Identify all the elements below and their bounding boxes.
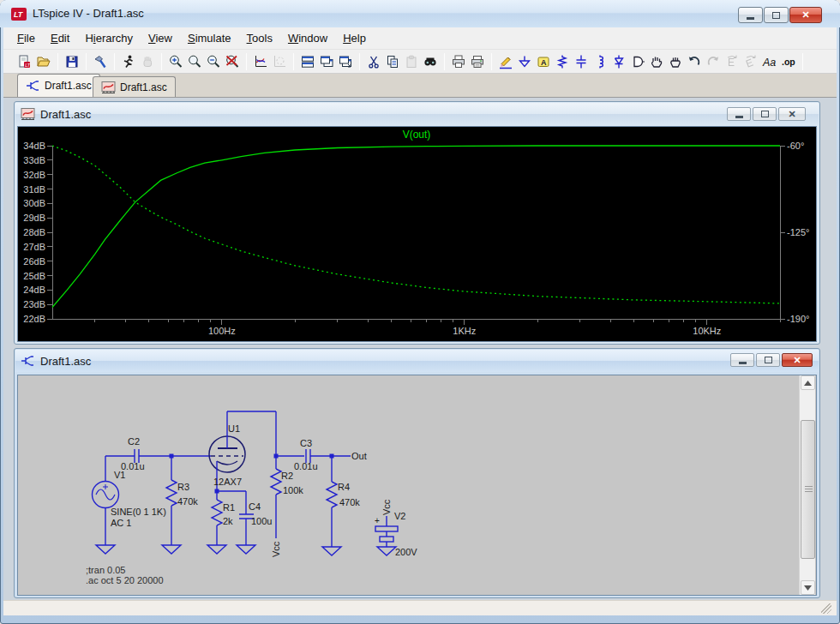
tab-waveform-draft1[interactable]: Draft1.asc — [93, 76, 176, 97]
run-button[interactable] — [120, 52, 137, 71]
zoom-in-button[interactable] — [167, 52, 184, 71]
y-axis-label-27dB[interactable]: 27dB — [23, 242, 45, 252]
draw-wire-button[interactable] — [497, 52, 514, 71]
schematic-label-100u[interactable]: 100u — [251, 516, 272, 526]
place-ground-button[interactable] — [516, 52, 533, 71]
scrollbar-thumb[interactable] — [801, 420, 815, 559]
y-axis-label-31dB[interactable]: 31dB — [23, 184, 45, 195]
y-axis-label-29dB[interactable]: 29dB — [23, 213, 45, 223]
print-preview-button[interactable] — [450, 52, 467, 71]
waveform-maximize-button[interactable] — [753, 107, 777, 121]
control-panel-button[interactable] — [92, 52, 109, 71]
waveform-close-button[interactable]: ✕ — [778, 107, 806, 121]
menu-hierarchy[interactable]: Hierarchy — [77, 28, 141, 48]
schematic-label-0-01u[interactable]: 0.01u — [294, 461, 318, 471]
undo-button[interactable] — [686, 52, 703, 71]
schematic-label-ac-1[interactable]: AC 1 — [111, 518, 131, 528]
x-axis-label-100Hz[interactable]: 100Hz — [208, 326, 236, 336]
x-axis-label-1KHz[interactable]: 1KHz — [453, 326, 476, 336]
find-button[interactable] — [422, 52, 439, 71]
autorange-plot-button[interactable] — [252, 52, 269, 71]
resistor-r4[interactable] — [327, 456, 337, 547]
schematic-label-100k[interactable]: 100k — [283, 485, 303, 495]
right-axis-label--125[interactable]: -125° — [787, 227, 809, 237]
schematic-label-out[interactable]: Out — [351, 451, 367, 461]
menu-view[interactable]: View — [141, 28, 180, 48]
y-axis-label-33dB[interactable]: 33dB — [23, 155, 45, 165]
resistor-r2[interactable] — [271, 456, 281, 538]
copy-button[interactable] — [384, 52, 401, 71]
schematic-window-title-bar[interactable]: Draft1.asc — [15, 350, 819, 372]
schematic-label--ac-oct-5-20-20000[interactable]: .ac oct 5 20 20000 — [86, 575, 164, 585]
right-axis-label--60[interactable]: -60° — [787, 141, 804, 151]
schematic-label-u1[interactable]: U1 — [228, 423, 240, 434]
schematic-label-c4[interactable]: C4 — [249, 501, 261, 512]
ground-symbol[interactable] — [207, 545, 226, 554]
minimize-button[interactable] — [738, 7, 763, 23]
schematic-label-r3[interactable]: R3 — [177, 482, 189, 492]
schematic-label--[interactable]: + — [375, 516, 380, 525]
y-axis-label-22dB[interactable]: 22dB — [23, 314, 45, 324]
right-axis-label--190[interactable]: -190° — [787, 314, 809, 324]
battery-v2-plate-short[interactable] — [380, 537, 393, 542]
schematic-label-12ax7[interactable]: 12AX7 — [213, 477, 242, 487]
tile-horizontal-button[interactable] — [299, 52, 316, 71]
schematic-label--tran-0-05[interactable]: ;tran 0.05 — [86, 565, 125, 575]
schematic-label-v1[interactable]: V1 — [114, 470, 125, 480]
schematic-wires[interactable] — [93, 411, 399, 555]
zoom-fit-button[interactable] — [186, 52, 203, 71]
schematic-close-button[interactable]: ✕ — [782, 353, 813, 367]
place-text-button[interactable]: Aa — [761, 52, 778, 71]
schematic-label-v2[interactable]: V2 — [394, 511, 405, 521]
place-resistor-button[interactable] — [554, 52, 571, 71]
menu-simulate[interactable]: Simulate — [180, 28, 239, 48]
cut-button[interactable] — [365, 52, 382, 71]
place-capacitor-button[interactable] — [573, 52, 590, 71]
waveform-minimize-button[interactable] — [727, 107, 751, 121]
zoom-full-button[interactable] — [224, 52, 241, 71]
schematic-label-470k[interactable]: 470k — [339, 497, 360, 507]
menu-edit[interactable]: Edit — [43, 28, 77, 48]
schematic-label-200v[interactable]: 200V — [395, 547, 417, 557]
ground-symbol[interactable] — [96, 545, 115, 554]
schematic-label-vcc[interactable]: Vcc — [381, 499, 392, 515]
ground-symbol[interactable] — [322, 547, 341, 555]
x-axis-label-10KHz[interactable]: 10KHz — [693, 326, 721, 336]
waveform-window-title-bar[interactable]: Draft1.asc — [15, 103, 819, 125]
resistor-r3[interactable] — [166, 456, 177, 545]
zoom-out-button[interactable] — [205, 52, 222, 71]
tab-schematic-draft1[interactable]: Draft1.asc — [17, 74, 100, 97]
place-inductor-button[interactable] — [591, 52, 609, 71]
move-button[interactable] — [648, 52, 665, 71]
schematic-label-2k[interactable]: 2k — [223, 516, 233, 526]
new-schematic-button[interactable]: LT — [16, 52, 33, 71]
schematic-minimize-button[interactable] — [730, 353, 754, 367]
battery-v2-plate-long[interactable] — [375, 526, 398, 531]
ground-symbol[interactable] — [162, 545, 181, 554]
schematic-maximize-button[interactable] — [756, 353, 780, 367]
resize-grip[interactable] — [821, 603, 831, 614]
close-button[interactable]: ✕ — [789, 7, 822, 23]
place-label-button[interactable]: A — [535, 52, 552, 71]
menu-tools[interactable]: Tools — [239, 28, 280, 48]
y-axis-label-23dB[interactable]: 23dB — [23, 299, 45, 309]
schematic-label-c2[interactable]: C2 — [128, 436, 140, 447]
y-axis-label-26dB[interactable]: 26dB — [23, 256, 45, 267]
menu-window[interactable]: Window — [280, 28, 335, 48]
y-axis-label-28dB[interactable]: 28dB — [23, 227, 45, 237]
schematic-label-r4[interactable]: R4 — [338, 482, 350, 492]
print-button[interactable] — [469, 52, 486, 71]
y-axis-label-34dB[interactable]: 34dB — [23, 141, 45, 151]
schematic-label-470k[interactable]: 470k — [177, 496, 198, 507]
trace-label-vout[interactable]: V(out) — [403, 129, 431, 141]
ground-symbol[interactable] — [237, 545, 255, 554]
schematic-label-c3[interactable]: C3 — [300, 438, 312, 448]
schematic-label-vcc[interactable]: Vcc — [271, 541, 281, 557]
schematic-vertical-scrollbar[interactable] — [799, 375, 815, 595]
tile-vertical-button[interactable] — [318, 52, 335, 71]
drag-button[interactable] — [667, 52, 684, 71]
schematic-label-r2[interactable]: R2 — [281, 471, 293, 481]
wire[interactable] — [227, 411, 276, 456]
y-axis-label-25dB[interactable]: 25dB — [23, 271, 45, 281]
ground-symbol[interactable] — [377, 547, 396, 555]
